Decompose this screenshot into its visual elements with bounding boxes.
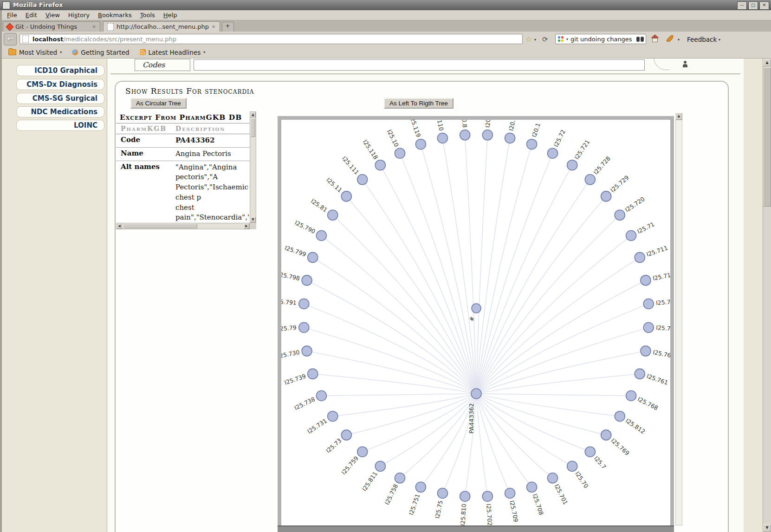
sidebar-item-cms-dx-diagnosis[interactable]: CMS-Dx Diagnosis [16,79,104,90]
h-scroll-thumb[interactable] [123,224,197,228]
sidebar-item-icd10-graphical[interactable]: ICD10 Graphical [16,65,104,76]
menu-history[interactable]: History [64,11,94,19]
tree-node-I25.759[interactable] [357,447,368,457]
browser-scroll-up-icon[interactable]: ▲ [763,59,771,66]
tree-node-I25.111[interactable] [357,175,368,185]
tree-node-I25.730[interactable] [302,346,312,356]
scroll-left-icon[interactable]: ◀ [117,223,122,229]
tree-node-I25.711[interactable] [635,253,645,263]
tree-node-I25.812[interactable] [615,411,625,422]
table-vertical-scrollbar[interactable]: ▲ ▼ [250,111,256,223]
tree-node-I25.119[interactable] [415,139,426,149]
sidebar-item-cms-sg-surgical[interactable]: CMS-SG Surgical [16,93,104,104]
tree-node-I25.76[interactable] [641,346,651,356]
tree-node-I25.75[interactable] [437,488,447,499]
url-bar[interactable]: localhost/medicalcodes/src/present_menu.… [19,34,523,44]
tree-node-I25.731[interactable] [328,411,338,422]
tree-node-I20.9[interactable] [505,133,515,143]
new-tab-button[interactable]: + [222,22,234,32]
tree-node-root[interactable] [471,389,481,399]
minimize-button[interactable]: — [737,1,747,10]
tree-node-I25.811[interactable] [375,461,385,471]
circular-tree-chart[interactable]: I25.110I20.8I20I20.9I20.1I25.72I25.721I2… [281,120,670,526]
tab-close-icon[interactable]: ✕ [212,24,215,29]
tree-node-I25.7[interactable] [585,447,595,457]
tab-1[interactable]: Git - Undoing Things✕ [3,21,100,32]
bookmark-star-icon[interactable]: ☆ [525,35,532,44]
sidebar-item-ndc-medications[interactable]: NDC Medications [16,106,104,117]
menu-file[interactable]: File [3,11,21,19]
tree-node-I25.751[interactable] [415,482,426,492]
tree-node-I20[interactable] [482,130,492,140]
tree-node-I25.702[interactable] [482,491,492,501]
bookmark-latest-headlines[interactable]: Latest Headlines▾ [136,49,209,56]
bookmark-getting-started[interactable]: Getting Started [68,49,133,56]
back-button[interactable]: ← [4,33,17,45]
tab-close-icon[interactable]: ✕ [92,24,96,29]
tree-node-I25.110[interactable] [437,133,447,143]
tree-node-I25.708[interactable] [527,482,537,492]
top-search-field[interactable] [194,59,645,71]
tree-node-I25.719[interactable] [643,299,654,309]
menu-view[interactable]: View [41,11,64,19]
as-circular-tree-button[interactable]: As Circular Tree [130,98,187,109]
tree-node-hash[interactable] [472,304,481,313]
menu-bookmarks[interactable]: Bookmarks [94,11,136,19]
bookmark-dropdown-icon[interactable]: ▾ [534,38,536,42]
tree-node-I20.8[interactable] [460,130,470,140]
as-left-to-right-tree-button[interactable]: As Left To Rigth Tree [384,98,454,109]
tree-node-I25.738[interactable] [316,391,326,401]
tree-node-I25.739[interactable] [308,369,318,379]
tree-node-I25.769[interactable] [601,430,611,440]
tree-node-I25.798[interactable] [302,275,312,285]
tree-node-I25.718[interactable] [641,275,651,285]
tree-node-I25.710[interactable] [643,323,654,333]
browser-scroll-thumb[interactable] [763,67,771,207]
tree-node-I25.721[interactable] [567,160,577,170]
feedback-dropdown-icon[interactable]: ▾ [719,38,720,42]
sidebar-item-loinc[interactable]: LOINC [16,120,104,131]
tree-node-I25.790[interactable] [316,231,326,241]
tree-node-I25.758[interactable] [395,473,405,483]
tree-node-I25.709[interactable] [505,488,515,499]
search-engine-dropdown-icon[interactable]: ▾ [566,37,568,41]
tree-node-I25.729[interactable] [601,191,611,201]
tree-node-I20.1[interactable] [527,139,537,149]
tree-node-I25.810[interactable] [460,491,470,501]
tree-node-I25.79[interactable] [299,323,309,333]
search-bar[interactable]: ▾ git undoing changes [555,34,646,44]
tab-codes[interactable]: Codes [135,59,190,71]
scroll-right-icon[interactable]: ▶ [244,223,249,229]
tree-node-I25.118[interactable] [375,160,385,170]
v-scroll-thumb[interactable] [251,118,255,137]
browser-scroll-down-icon[interactable]: ▼ [763,524,771,532]
tree-node-I25.761[interactable] [635,369,645,379]
menu-tools[interactable]: Tools [136,11,159,19]
tree-node-I25.72[interactable] [548,148,558,158]
tree-node-I25.81[interactable] [328,210,338,220]
maximize-button[interactable]: □ [748,1,758,10]
table-horizontal-scrollbar[interactable]: ◀ ▶ [116,223,250,229]
tree-node-I25.791[interactable] [299,299,309,309]
menu-edit[interactable]: Edit [21,11,41,19]
tab-2[interactable]: http://localho...sent_menu.php✕ [103,21,220,32]
binoculars-icon[interactable] [636,37,644,42]
tree-node-I25.73[interactable] [341,430,351,440]
tree-node-I25.10[interactable] [395,148,405,158]
scroll-up-icon[interactable]: ▲ [250,112,256,117]
tree-node-I25.11[interactable] [341,191,351,201]
tree-node-I25.70[interactable] [567,461,577,471]
menu-help[interactable]: Help [159,11,181,19]
tree-node-I25.701[interactable] [548,473,558,483]
viz-scroll-up-icon[interactable]: ▲ [675,113,682,120]
tree-node-I25.728[interactable] [585,175,595,185]
feedback-button[interactable]: Feedback [687,36,717,43]
bookmark-most-visited[interactable]: Most Visited▾ [5,49,65,56]
close-button[interactable]: ✕ [759,1,769,10]
tree-node-I25.799[interactable] [308,253,318,263]
quill-dropdown-icon[interactable]: ▾ [678,38,680,42]
tree-node-I25.71[interactable] [626,231,636,241]
home-icon[interactable] [651,35,659,42]
viz-vertical-scrollbar[interactable] [675,120,682,526]
tree-node-I25.768[interactable] [626,391,636,401]
